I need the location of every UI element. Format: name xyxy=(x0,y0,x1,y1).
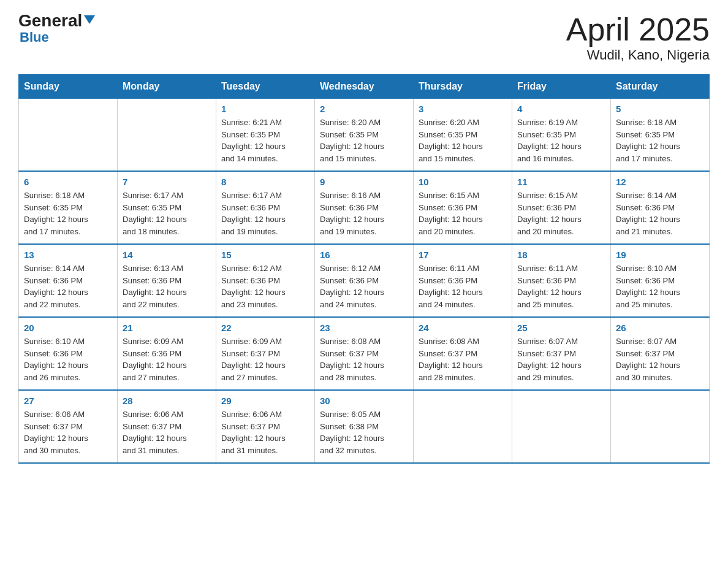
day-info: Sunrise: 6:08 AMSunset: 6:37 PMDaylight:… xyxy=(320,335,408,383)
day-number: 20 xyxy=(24,323,112,333)
calendar-week-row: 27Sunrise: 6:06 AMSunset: 6:37 PMDayligh… xyxy=(19,390,710,463)
day-number: 5 xyxy=(616,104,704,114)
day-info: Sunrise: 6:10 AMSunset: 6:36 PMDaylight:… xyxy=(616,262,704,310)
calendar-cell xyxy=(19,99,118,172)
calendar-cell: 5Sunrise: 6:18 AMSunset: 6:35 PMDaylight… xyxy=(611,99,710,172)
day-info: Sunrise: 6:14 AMSunset: 6:36 PMDaylight:… xyxy=(24,262,112,310)
day-info: Sunrise: 6:06 AMSunset: 6:37 PMDaylight:… xyxy=(24,408,112,456)
day-info: Sunrise: 6:15 AMSunset: 6:36 PMDaylight:… xyxy=(419,190,507,237)
calendar-cell: 15Sunrise: 6:12 AMSunset: 6:36 PMDayligh… xyxy=(216,244,315,317)
header-tuesday: Tuesday xyxy=(216,75,315,99)
day-number: 26 xyxy=(616,323,704,333)
day-info: Sunrise: 6:07 AMSunset: 6:37 PMDaylight:… xyxy=(616,335,704,383)
day-number: 22 xyxy=(221,323,309,333)
day-info: Sunrise: 6:13 AMSunset: 6:36 PMDaylight:… xyxy=(123,262,211,310)
day-info: Sunrise: 6:12 AMSunset: 6:36 PMDaylight:… xyxy=(320,262,408,310)
day-number: 12 xyxy=(616,177,704,187)
day-info: Sunrise: 6:07 AMSunset: 6:37 PMDaylight:… xyxy=(517,335,605,383)
day-info: Sunrise: 6:08 AMSunset: 6:37 PMDaylight:… xyxy=(419,335,507,383)
day-info: Sunrise: 6:14 AMSunset: 6:36 PMDaylight:… xyxy=(616,190,704,237)
header-monday: Monday xyxy=(118,75,216,99)
calendar-cell: 21Sunrise: 6:09 AMSunset: 6:36 PMDayligh… xyxy=(118,317,216,390)
page-header: General Blue April 2025 Wudil, Kano, Nig… xyxy=(18,12,710,63)
header-wednesday: Wednesday xyxy=(315,75,414,99)
day-info: Sunrise: 6:12 AMSunset: 6:36 PMDaylight:… xyxy=(221,262,309,310)
logo: General Blue xyxy=(18,12,96,45)
day-info: Sunrise: 6:15 AMSunset: 6:36 PMDaylight:… xyxy=(517,190,605,237)
calendar-cell: 25Sunrise: 6:07 AMSunset: 6:37 PMDayligh… xyxy=(512,317,611,390)
day-info: Sunrise: 6:09 AMSunset: 6:36 PMDaylight:… xyxy=(123,335,211,383)
logo-blue-text: Blue xyxy=(20,29,49,45)
day-info: Sunrise: 6:06 AMSunset: 6:37 PMDaylight:… xyxy=(123,408,211,456)
calendar-cell: 13Sunrise: 6:14 AMSunset: 6:36 PMDayligh… xyxy=(19,244,118,317)
day-number: 24 xyxy=(419,323,507,333)
calendar-cell: 23Sunrise: 6:08 AMSunset: 6:37 PMDayligh… xyxy=(315,317,414,390)
calendar-cell: 30Sunrise: 6:05 AMSunset: 6:38 PMDayligh… xyxy=(315,390,414,463)
day-number: 18 xyxy=(517,250,605,260)
day-number: 6 xyxy=(24,177,112,187)
calendar-cell: 9Sunrise: 6:16 AMSunset: 6:36 PMDaylight… xyxy=(315,171,414,244)
day-info: Sunrise: 6:19 AMSunset: 6:35 PMDaylight:… xyxy=(517,117,605,164)
calendar-cell: 17Sunrise: 6:11 AMSunset: 6:36 PMDayligh… xyxy=(414,244,512,317)
calendar-cell xyxy=(512,390,611,463)
calendar-cell: 29Sunrise: 6:06 AMSunset: 6:37 PMDayligh… xyxy=(216,390,315,463)
day-number: 27 xyxy=(24,396,112,406)
day-info: Sunrise: 6:16 AMSunset: 6:36 PMDaylight:… xyxy=(320,190,408,237)
day-number: 23 xyxy=(320,323,408,333)
day-number: 1 xyxy=(221,104,309,114)
calendar-cell: 28Sunrise: 6:06 AMSunset: 6:37 PMDayligh… xyxy=(118,390,216,463)
calendar-cell: 22Sunrise: 6:09 AMSunset: 6:37 PMDayligh… xyxy=(216,317,315,390)
calendar-cell: 20Sunrise: 6:10 AMSunset: 6:36 PMDayligh… xyxy=(19,317,118,390)
calendar-cell: 19Sunrise: 6:10 AMSunset: 6:36 PMDayligh… xyxy=(611,244,710,317)
header-saturday: Saturday xyxy=(611,75,710,99)
day-info: Sunrise: 6:18 AMSunset: 6:35 PMDaylight:… xyxy=(616,117,704,164)
calendar-week-row: 6Sunrise: 6:18 AMSunset: 6:35 PMDaylight… xyxy=(19,171,710,244)
calendar-cell: 10Sunrise: 6:15 AMSunset: 6:36 PMDayligh… xyxy=(414,171,512,244)
calendar-cell: 26Sunrise: 6:07 AMSunset: 6:37 PMDayligh… xyxy=(611,317,710,390)
day-info: Sunrise: 6:18 AMSunset: 6:35 PMDaylight:… xyxy=(24,190,112,237)
day-info: Sunrise: 6:06 AMSunset: 6:37 PMDaylight:… xyxy=(221,408,309,456)
month-year-title: April 2025 xyxy=(566,12,710,47)
calendar-cell: 3Sunrise: 6:20 AMSunset: 6:35 PMDaylight… xyxy=(414,99,512,172)
weekday-header-row: Sunday Monday Tuesday Wednesday Thursday… xyxy=(19,75,710,99)
calendar-cell: 16Sunrise: 6:12 AMSunset: 6:36 PMDayligh… xyxy=(315,244,414,317)
calendar-week-row: 20Sunrise: 6:10 AMSunset: 6:36 PMDayligh… xyxy=(19,317,710,390)
calendar-cell: 18Sunrise: 6:11 AMSunset: 6:36 PMDayligh… xyxy=(512,244,611,317)
calendar-week-row: 13Sunrise: 6:14 AMSunset: 6:36 PMDayligh… xyxy=(19,244,710,317)
day-number: 21 xyxy=(123,323,211,333)
title-block: April 2025 Wudil, Kano, Nigeria xyxy=(566,12,710,63)
calendar-cell: 1Sunrise: 6:21 AMSunset: 6:35 PMDaylight… xyxy=(216,99,315,172)
day-number: 7 xyxy=(123,177,211,187)
day-info: Sunrise: 6:11 AMSunset: 6:36 PMDaylight:… xyxy=(517,262,605,310)
day-info: Sunrise: 6:17 AMSunset: 6:35 PMDaylight:… xyxy=(123,190,211,237)
calendar-cell: 2Sunrise: 6:20 AMSunset: 6:35 PMDaylight… xyxy=(315,99,414,172)
calendar-cell: 14Sunrise: 6:13 AMSunset: 6:36 PMDayligh… xyxy=(118,244,216,317)
calendar-cell: 6Sunrise: 6:18 AMSunset: 6:35 PMDaylight… xyxy=(19,171,118,244)
day-number: 2 xyxy=(320,104,408,114)
calendar-cell xyxy=(611,390,710,463)
calendar-cell: 27Sunrise: 6:06 AMSunset: 6:37 PMDayligh… xyxy=(19,390,118,463)
calendar-table: Sunday Monday Tuesday Wednesday Thursday… xyxy=(18,74,710,464)
calendar-cell xyxy=(414,390,512,463)
day-number: 8 xyxy=(221,177,309,187)
calendar-cell: 12Sunrise: 6:14 AMSunset: 6:36 PMDayligh… xyxy=(611,171,710,244)
day-info: Sunrise: 6:17 AMSunset: 6:36 PMDaylight:… xyxy=(221,190,309,237)
logo-general-text: General xyxy=(18,12,82,29)
svg-marker-0 xyxy=(84,15,95,24)
location-subtitle: Wudil, Kano, Nigeria xyxy=(566,47,710,63)
day-number: 4 xyxy=(517,104,605,114)
day-number: 25 xyxy=(517,323,605,333)
day-number: 28 xyxy=(123,396,211,406)
day-info: Sunrise: 6:20 AMSunset: 6:35 PMDaylight:… xyxy=(419,117,507,164)
day-number: 16 xyxy=(320,250,408,260)
day-number: 14 xyxy=(123,250,211,260)
header-sunday: Sunday xyxy=(19,75,118,99)
logo-arrow-icon xyxy=(83,13,96,26)
day-number: 29 xyxy=(221,396,309,406)
day-number: 13 xyxy=(24,250,112,260)
day-number: 17 xyxy=(419,250,507,260)
day-info: Sunrise: 6:21 AMSunset: 6:35 PMDaylight:… xyxy=(221,117,309,164)
calendar-cell: 7Sunrise: 6:17 AMSunset: 6:35 PMDaylight… xyxy=(118,171,216,244)
calendar-cell xyxy=(118,99,216,172)
day-number: 9 xyxy=(320,177,408,187)
